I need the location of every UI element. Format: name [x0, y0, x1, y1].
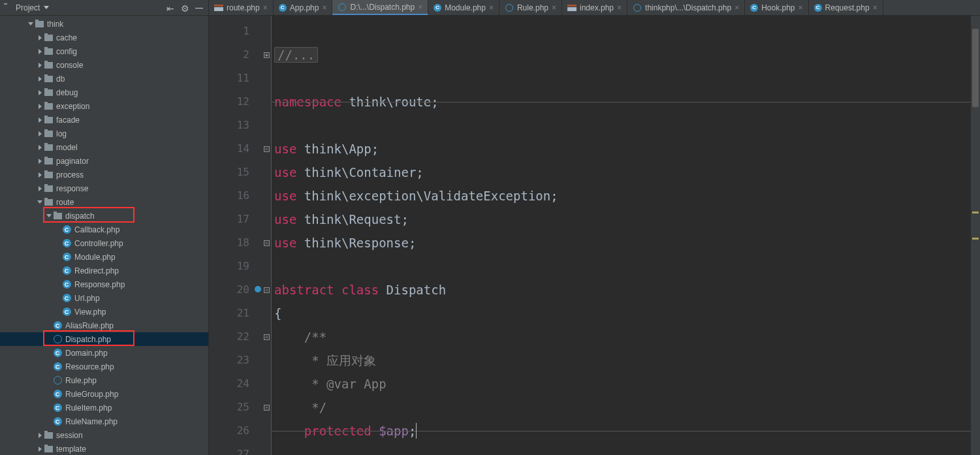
editor-tab[interactable]: D:\...\Dispatch.php× — [332, 0, 428, 15]
tree-arrow-icon[interactable] — [37, 76, 43, 82]
minimize-icon[interactable] — [195, 3, 204, 12]
editor-tab[interactable]: route.php× — [209, 0, 274, 15]
tree-arrow-icon[interactable] — [37, 118, 43, 123]
editor-tab[interactable]: CApp.php× — [274, 0, 333, 15]
tree-folder[interactable]: model — [0, 140, 208, 154]
editor-tab[interactable]: index.php× — [562, 0, 627, 15]
tree-file[interactable]: CResource.php — [0, 360, 208, 373]
tree-folder[interactable]: facade — [0, 113, 208, 127]
php-i-icon — [505, 3, 514, 12]
tree-file[interactable]: CRuleName.php — [0, 415, 208, 428]
fold-collapse-icon[interactable]: - — [264, 287, 270, 293]
code-line: abstract class Dispatch — [274, 278, 971, 302]
tree-folder[interactable]: console — [0, 58, 208, 72]
project-title: Project — [16, 3, 40, 12]
editor-tab[interactable]: Rule.php× — [499, 0, 562, 15]
close-icon[interactable]: × — [552, 3, 556, 12]
fold-cell — [262, 90, 271, 114]
tree-folder[interactable]: db — [0, 72, 208, 86]
tree-file[interactable]: CController.php — [0, 236, 208, 250]
close-icon[interactable]: × — [798, 3, 803, 12]
line-gutter: 121112131415161718192021222324252627 — [209, 16, 262, 455]
tree-file[interactable]: Rule.php — [0, 373, 208, 387]
tree-arrow-icon[interactable] — [37, 200, 43, 204]
php-i-icon — [338, 3, 347, 12]
tree-folder[interactable]: route — [0, 195, 208, 209]
fold-collapse-icon[interactable]: - — [264, 240, 270, 246]
project-dropdown[interactable]: Project — [4, 3, 164, 12]
tree-file[interactable]: CModule.php — [0, 250, 208, 264]
tree-label: db — [56, 74, 65, 84]
fold-collapse-icon[interactable]: - — [264, 334, 270, 340]
tree-file[interactable]: CAliasRule.php — [0, 319, 208, 332]
php-class-icon: C — [52, 349, 63, 358]
tree-arrow-icon[interactable] — [37, 49, 43, 54]
tree-folder[interactable]: debug — [0, 86, 208, 99]
tree-file[interactable]: CUrl.php — [0, 291, 208, 305]
code-area[interactable]: //...namespace think\route;use think\App… — [272, 16, 971, 455]
editor-scrollbar-vertical[interactable] — [971, 16, 980, 455]
tree-folder[interactable]: cache — [0, 31, 208, 44]
fold-collapse-icon[interactable]: - — [264, 405, 270, 411]
tree-arrow-icon[interactable] — [37, 186, 43, 191]
tree-folder[interactable]: response — [0, 181, 208, 195]
tree-folder[interactable]: log — [0, 127, 208, 140]
tree-file[interactable]: CResponse.php — [0, 277, 208, 291]
project-tree[interactable]: thinkcacheconfigconsoledbdebugexceptionf… — [0, 16, 209, 455]
tree-folder[interactable]: dispatch — [0, 209, 208, 223]
tree-file[interactable]: CCallback.php — [0, 223, 208, 236]
php-class-icon: C — [61, 225, 72, 234]
tree-folder[interactable]: process — [0, 168, 208, 181]
tree-arrow-icon[interactable] — [46, 214, 52, 217]
tree-folder[interactable]: exception — [0, 99, 208, 113]
editor-tab[interactable]: CModule.php× — [428, 0, 499, 15]
close-icon[interactable]: × — [263, 3, 268, 12]
editor-tab[interactable]: CHook.php× — [745, 0, 808, 15]
php-class-icon: C — [52, 321, 63, 330]
tree-arrow-icon[interactable] — [37, 90, 43, 95]
line-number: 25 — [209, 396, 262, 419]
gear-icon[interactable] — [181, 3, 190, 12]
tree-arrow-icon[interactable] — [37, 159, 43, 164]
tree-file[interactable]: CRuleGroup.php — [0, 387, 208, 401]
tree-file[interactable]: CRedirect.php — [0, 264, 208, 277]
tree-file[interactable]: CDomain.php — [0, 346, 208, 360]
tree-arrow-icon[interactable] — [37, 131, 43, 136]
fold-cell — [262, 419, 271, 443]
tree-arrow-icon[interactable] — [37, 104, 43, 109]
close-icon[interactable]: × — [322, 3, 326, 12]
tree-arrow-icon[interactable] — [37, 172, 43, 178]
close-icon[interactable]: × — [489, 3, 494, 12]
scrollbar-thumb[interactable] — [972, 29, 979, 107]
tab-label: App.php — [290, 3, 319, 12]
close-icon[interactable]: × — [418, 3, 422, 12]
fold-expand-icon[interactable]: + — [264, 52, 270, 58]
tree-arrow-icon[interactable] — [27, 22, 34, 25]
tree-folder[interactable]: paginator — [0, 154, 208, 168]
editor-tab[interactable]: thinkphp\...\Dispatch.php× — [627, 0, 745, 15]
editor-tab[interactable]: CRequest.php× — [809, 0, 883, 15]
tree-file[interactable]: CView.php — [0, 305, 208, 319]
fold-cell — [262, 184, 271, 208]
tree-arrow-icon[interactable] — [37, 447, 43, 452]
close-icon[interactable]: × — [617, 3, 622, 12]
tree-label: facade — [56, 116, 80, 125]
tree-folder[interactable]: template — [0, 442, 208, 455]
fold-collapse-icon[interactable]: - — [264, 146, 270, 152]
close-icon[interactable]: × — [873, 3, 877, 12]
php-class-icon: C — [61, 280, 72, 289]
tree-file[interactable]: Dispatch.php — [0, 332, 208, 346]
collapse-icon[interactable] — [166, 3, 176, 12]
tree-arrow-icon[interactable] — [37, 35, 43, 40]
tree-folder[interactable]: config — [0, 44, 208, 58]
close-icon[interactable]: × — [735, 3, 739, 12]
tree-arrow-icon[interactable] — [37, 433, 43, 438]
fold-cell: - — [262, 325, 271, 349]
tree-label: log — [56, 129, 67, 138]
line-number: 15 — [209, 161, 262, 184]
tree-file[interactable]: CRuleItem.php — [0, 401, 208, 415]
tree-folder[interactable]: session — [0, 428, 208, 442]
tree-folder[interactable]: think — [0, 17, 208, 31]
tree-arrow-icon[interactable] — [37, 63, 43, 68]
tree-arrow-icon[interactable] — [37, 145, 43, 150]
